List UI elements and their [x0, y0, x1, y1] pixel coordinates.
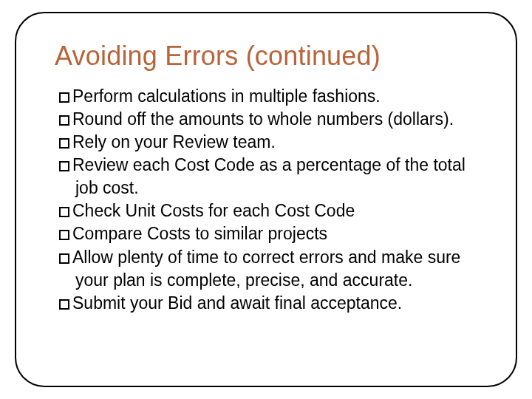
checkbox-icon: [59, 207, 69, 217]
checkbox-icon: [59, 230, 69, 240]
checkbox-icon: [59, 161, 69, 171]
slide-title: Avoiding Errors (continued): [55, 40, 488, 72]
list-item-text: Rely on your Review team.: [72, 132, 276, 151]
list-item-text: Check Unit Costs for each Cost Code: [72, 201, 355, 220]
list-item: Round off the amounts to whole numbers (…: [55, 108, 488, 131]
list-item: Allow plenty of time to correct errors a…: [55, 246, 488, 292]
list-item: Review each Cost Code as a percentage of…: [55, 154, 488, 200]
list-item: Perform calculations in multiple fashion…: [55, 85, 488, 108]
checkbox-icon: [59, 299, 69, 310]
checkbox-icon: [59, 92, 69, 103]
list-item-text: Review each Cost Code as a percentage of…: [72, 155, 466, 197]
list-item-text: Perform calculations in multiple fashion…: [72, 86, 381, 106]
slide-frame: Avoiding Errors (continued) Perform calc…: [15, 12, 517, 387]
list-item: Check Unit Costs for each Cost Code: [55, 200, 488, 222]
list-item-text: Round off the amounts to whole numbers (…: [72, 109, 454, 129]
list-item: Compare Costs to similar projects: [55, 222, 488, 245]
checkbox-icon: [59, 115, 69, 126]
list-item: Submit your Bid and await final acceptan…: [55, 292, 488, 315]
list-item-text: Submit your Bid and await final acceptan…: [72, 293, 402, 313]
list-item: Rely on your Review team.: [55, 131, 488, 154]
bullet-list: Perform calculations in multiple fashion…: [55, 85, 488, 314]
checkbox-icon: [59, 138, 69, 149]
checkbox-icon: [59, 253, 69, 264]
slide: Avoiding Errors (continued) Perform calc…: [0, 0, 532, 399]
list-item-text: Allow plenty of time to correct errors a…: [72, 248, 460, 290]
list-item-text: Compare Costs to similar projects: [72, 224, 327, 243]
